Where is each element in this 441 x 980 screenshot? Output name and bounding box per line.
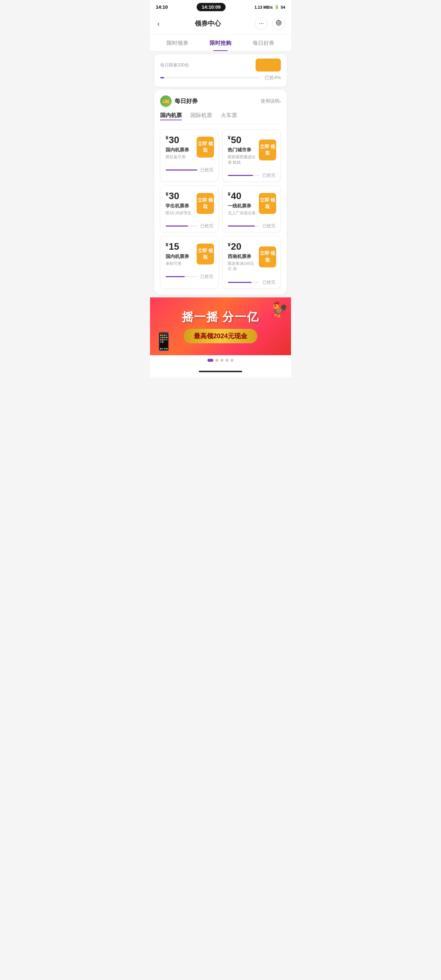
coupon-amount: ¥15 [166, 242, 196, 252]
yen-sign: ¥ [166, 191, 169, 197]
battery-icon: 🔋 [274, 5, 279, 10]
yen-sign: ¥ [166, 242, 169, 248]
coupon-name: 西南机票券 [228, 253, 258, 260]
coupon-progress-bar [228, 282, 260, 283]
menu-button[interactable]: ··· [255, 17, 268, 30]
coupon-tag[interactable] [256, 59, 281, 72]
coupon-status: 已抢完 [200, 274, 213, 280]
coupon-desc: 限老客满199元可 用 [228, 261, 258, 272]
coupon-status: 已抢完 [263, 172, 275, 178]
coupon-body: ¥30 国内机票券 限往返可用 立即 领取 [161, 130, 218, 165]
coupon-desc: 限往返可用 [166, 154, 196, 160]
claim-button-4[interactable]: 立即 领取 [197, 243, 214, 264]
claim-button-1[interactable]: 立即 领取 [259, 140, 276, 161]
header-icons: ··· [255, 17, 285, 30]
claim-button-0[interactable]: 立即 领取 [197, 137, 214, 158]
banner-deco-left: 📱 [153, 331, 175, 352]
tab-daily-coupon[interactable]: 每日好券 [242, 35, 285, 51]
coupon-status: 已抢完 [263, 279, 275, 285]
banner-title: 摇一摇 分一亿 [182, 309, 260, 325]
page-dot-4 [231, 359, 234, 362]
coupon-progress-fill [228, 282, 252, 283]
claim-button-5[interactable]: 立即 领取 [259, 247, 276, 267]
coupon-progress-fill [228, 175, 253, 176]
tab-flash-sale[interactable]: 限时抢购 [199, 35, 242, 51]
coupon-body: ¥30 学生机票券 限16-26岁学生 立即 领取 [161, 186, 218, 221]
scan-icon [275, 19, 282, 27]
coupon-card-1: ¥50 热门城市券 限新疆西藏进出港 航线 立即 领取 已抢完 [222, 129, 281, 182]
coupon-footer: 已抢完 [161, 271, 218, 283]
back-button[interactable]: ‹ [156, 18, 161, 29]
coupon-body: ¥50 热门城市券 限新疆西藏进出港 航线 立即 领取 [223, 130, 280, 170]
status-time-center: 14:10:09 [197, 3, 226, 11]
coupon-footer: 已抢完 [161, 165, 218, 176]
status-right: 1.13 MB/s 🔋 54 [255, 5, 285, 10]
main-tabs: 限时领券 限时抢购 每日好券 [150, 35, 291, 51]
battery-level: 54 [281, 5, 285, 10]
coupon-amount: ¥20 [228, 242, 258, 252]
svg-point-0 [276, 20, 281, 25]
sub-tab-domestic[interactable]: 国内机票 [160, 112, 182, 120]
usage-instruction-link[interactable]: 使用说明 › [261, 98, 281, 105]
yen-sign: ¥ [228, 191, 231, 197]
coupon-desc: 北上广深进出港 [228, 210, 258, 216]
coupon-footer: 已抢完 [223, 221, 280, 232]
yen-sign: ¥ [228, 242, 231, 248]
section-header: 🎫 每日好券 使用说明 › [160, 95, 281, 107]
coupon-progress-bar [228, 226, 260, 227]
coupon-info: ¥50 热门城市券 限新疆西藏进出港 航线 [228, 135, 258, 165]
coupon-card-4: ¥15 国内机票券 单程可用 立即 领取 已抢完 [160, 236, 219, 288]
coupon-progress-bar [160, 77, 261, 78]
coupon-body: ¥15 国内机票券 单程可用 立即 领取 [161, 236, 218, 271]
coupon-progress-bar [166, 226, 197, 227]
coupon-info: ¥30 学生机票券 限16-26岁学生 [166, 191, 196, 216]
coupon-progress-bar [228, 175, 260, 176]
coupon-progress-fill [166, 226, 188, 227]
coupon-progress-bar [166, 276, 197, 277]
coupon-progress-fill [160, 77, 164, 78]
coupon-progress-bar [166, 169, 197, 170]
section-title-wrap: 🎫 每日好券 [160, 95, 198, 107]
coupon-name: 学生机票券 [166, 203, 196, 209]
coupon-progress-wrap: 已抢4% [160, 75, 281, 81]
coupon-info: ¥15 国内机票券 单程可用 [166, 242, 196, 266]
coupon-name: 国内机票券 [166, 147, 196, 153]
chevron-right-icon: › [279, 99, 281, 104]
status-bar: 14:10 14:10:09 1.13 MB/s 🔋 54 [150, 0, 291, 13]
yen-sign: ¥ [228, 135, 231, 140]
coupon-card-3: ¥40 一线机票券 北上广深进出港 立即 领取 已抢完 [222, 185, 281, 232]
claim-button-3[interactable]: 立即 领取 [259, 193, 276, 214]
coupon-body: ¥20 西南机票券 限老客满199元可 用 立即 领取 [223, 236, 280, 277]
coupon-status: 已抢完 [200, 223, 213, 229]
coupon-amount: ¥40 [228, 191, 258, 201]
tab-limited-coupon[interactable]: 限时领券 [156, 35, 199, 51]
promotion-banner[interactable]: 📱 🐓 摇一摇 分一亿 最高领2024元现金 [150, 298, 291, 355]
partial-coupon-card: 每日限量200份 已抢4% [154, 54, 287, 87]
section-title: 每日好券 [175, 97, 198, 105]
page-dot-1 [215, 359, 218, 362]
coupon-card-5: ¥20 西南机票券 限老客满199元可 用 立即 领取 已抢完 [222, 236, 281, 288]
menu-icon: ··· [259, 20, 264, 27]
coupon-amount: ¥30 [166, 191, 196, 201]
sub-tab-train[interactable]: 火车票 [221, 112, 237, 120]
coupon-grid: ¥30 国内机票券 限往返可用 立即 领取 已抢完 ¥50 热门城市券 限新疆西… [160, 129, 281, 289]
coupon-info: ¥30 国内机票券 限往返可用 [166, 135, 196, 160]
svg-point-1 [278, 22, 280, 24]
coupon-progress-fill [228, 226, 255, 227]
coupon-footer: 已抢完 [161, 221, 218, 232]
sub-tab-international[interactable]: 国际机票 [191, 112, 212, 120]
coupon-amount: ¥50 [228, 135, 258, 145]
page-dot-3 [226, 359, 228, 362]
status-time: 14:10 [156, 4, 168, 10]
scan-button[interactable] [272, 17, 285, 30]
coupon-name: 一线机票券 [228, 203, 258, 209]
sub-tabs: 国内机票 国际机票 火车票 [160, 112, 281, 124]
coupon-footer: 已抢完 [223, 277, 280, 288]
network-speed: 1.13 MB/s [255, 5, 273, 10]
claim-button-2[interactable]: 立即 领取 [197, 193, 214, 214]
coupon-amount: ¥30 [166, 135, 196, 145]
coupon-desc: 限16-26岁学生 [166, 210, 196, 216]
coupon-progress-fill [166, 169, 197, 170]
coupon-body: ¥40 一线机票券 北上广深进出港 立即 领取 [223, 186, 280, 221]
coupon-name: 国内机票券 [166, 253, 196, 260]
